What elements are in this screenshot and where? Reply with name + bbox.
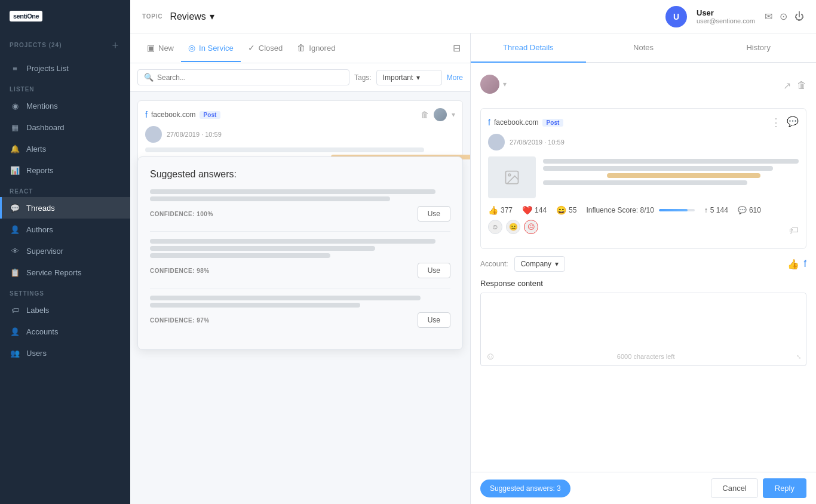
suggestion-content <box>150 239 450 258</box>
resize-handle[interactable]: ⤡ <box>796 354 801 360</box>
logout-icon[interactable]: ⏻ <box>794 11 804 22</box>
sidebar-item-reports[interactable]: 📊 Reports <box>0 159 130 181</box>
account-chevron-icon: ▾ <box>555 260 559 268</box>
tab-closed-label: Closed <box>259 44 283 53</box>
use-suggestion-1-button[interactable]: Use <box>418 206 450 222</box>
external-link-icon[interactable]: ↗ <box>783 80 791 91</box>
sidebar-item-dashboard[interactable]: ▦ Dashboard <box>0 116 130 138</box>
cancel-button[interactable]: Cancel <box>711 478 757 498</box>
topbar: TOPIC Reviews ▾ U User user@sentione.com… <box>130 0 816 33</box>
search-bar: 🔍 Tags: Important ▾ More <box>130 63 470 92</box>
delete-post-icon[interactable]: 🗑 <box>797 80 806 91</box>
sidebar-item-threads[interactable]: 💬 Threads <box>0 197 130 219</box>
chevron-down-icon[interactable]: ▾ <box>452 110 455 119</box>
sidebar-item-projects-list[interactable]: ≡ Projects List <box>0 57 130 79</box>
influence-label: Influence Score: 8/10 <box>586 206 654 214</box>
alerts-icon: 🔔 <box>10 143 20 154</box>
avatar <box>434 108 447 121</box>
tab-ignored[interactable]: 🗑 Ignored <box>290 35 342 62</box>
right-panel: Thread Details Notes History ▾ ↗ 🗑 <box>471 33 816 504</box>
messages-icon[interactable]: ✉ <box>765 11 772 22</box>
add-project-button[interactable]: ＋ <box>110 39 121 50</box>
skeleton-line <box>543 159 799 164</box>
sidebar-item-alerts[interactable]: 🔔 Alerts <box>0 138 130 159</box>
topic-value: Reviews <box>170 11 205 22</box>
sidebar-item-mentions[interactable]: ◉ Mentions <box>0 95 130 116</box>
projects-header: PROJECTS (24) ＋ <box>0 32 130 57</box>
dashboard-icon: ▦ <box>10 122 20 133</box>
topic-selector[interactable]: Reviews ▾ <box>170 11 214 22</box>
sidebar-item-label: Authors <box>26 225 53 234</box>
like-action-icon[interactable]: 👍 <box>787 259 799 270</box>
shares-stat: ↑ 5 144 <box>704 206 728 214</box>
skeleton-line <box>543 180 747 185</box>
use-suggestion-2-button[interactable]: Use <box>418 263 450 278</box>
account-dropdown[interactable]: Company ▾ <box>514 256 565 272</box>
thread-author-avatar <box>145 126 162 143</box>
avatar-chevron-icon[interactable]: ▾ <box>503 80 507 88</box>
tags-dropdown[interactable]: Important ▾ <box>376 70 442 85</box>
post-date: 27/08/2019 · 10:59 <box>510 139 565 146</box>
response-textarea[interactable] <box>481 293 806 347</box>
facebook-share-icon[interactable]: f <box>804 259 806 270</box>
comments-stat: 💬 610 <box>738 206 761 214</box>
suggestion-item-3: CONFIDENCE: 97% Use <box>150 296 450 328</box>
sidebar-item-supervisor[interactable]: 👁 Supervisor <box>0 240 130 262</box>
thread-list: f facebook.com Post 🗑 ▾ <box>130 92 470 504</box>
response-label: Response content <box>480 279 806 288</box>
suggested-answers-panel: Suggested answers: CONFIDENCE: 100% Use <box>137 156 463 350</box>
comment-count-icon: 💬 <box>738 206 747 214</box>
sidebar-item-service-reports[interactable]: 📋 Service Reports <box>0 262 130 283</box>
more-button[interactable]: More <box>447 73 463 82</box>
tab-new[interactable]: ▣ New <box>140 35 181 62</box>
sidebar-item-label: Accounts <box>26 327 58 336</box>
svg-point-1 <box>508 174 511 176</box>
search-input[interactable] <box>157 73 343 82</box>
sentiment-neutral-btn[interactable]: 😐 <box>506 220 520 234</box>
post-image <box>488 156 536 198</box>
delete-thread-icon[interactable]: 🗑 <box>421 110 429 119</box>
filter-icon[interactable]: ⊟ <box>453 42 461 54</box>
post-badge: Post <box>200 111 221 119</box>
skeleton-line <box>150 246 375 251</box>
heart-icon: ❤️ <box>522 205 532 215</box>
laugh-count: 55 <box>569 206 576 214</box>
tag-post-icon[interactable]: 🏷 <box>789 225 799 236</box>
sentiment-negative-btn[interactable]: ☹ <box>524 220 538 234</box>
options-icon[interactable]: ⋮ <box>771 116 782 129</box>
reply-button[interactable]: Reply <box>763 478 806 498</box>
like-count: 377 <box>501 206 513 214</box>
sidebar-item-authors[interactable]: 👤 Authors <box>0 219 130 240</box>
tab-notes[interactable]: Notes <box>586 33 701 63</box>
sentiment-positive-btn[interactable]: ☺ <box>488 220 502 234</box>
logo-area: sentiOne <box>0 0 130 32</box>
help-icon[interactable]: ⊙ <box>780 11 787 22</box>
post-card-meta: 27/08/2019 · 10:59 <box>488 134 799 150</box>
comment-icon[interactable]: 💬 <box>787 116 799 129</box>
user-info: User user@sentione.com <box>697 8 755 24</box>
thread-date: 27/08/2019 · 10:59 <box>167 131 222 138</box>
suggestion-item-1: CONFIDENCE: 100% Use <box>150 189 450 222</box>
tab-thread-details[interactable]: Thread Details <box>471 33 586 63</box>
suggested-answers-button[interactable]: Suggested answers: 3 <box>480 480 570 497</box>
post-author-avatar <box>488 134 505 150</box>
thread-source: f facebook.com Post <box>145 110 220 119</box>
thread-panel: ▣ New ◎ In Service ✓ Closed 🗑 Ignored ⊟ <box>130 33 471 504</box>
emoji-button[interactable]: ☺ <box>486 351 495 362</box>
topbar-right: U User user@sentione.com ✉ ⊙ ⏻ <box>665 6 804 27</box>
suggested-answers-title: Suggested answers: <box>150 169 450 180</box>
response-section: Response content ☺ 6000 characters left … <box>480 279 806 366</box>
post-content-area <box>488 156 799 198</box>
tab-in-service[interactable]: ◎ In Service <box>181 35 241 62</box>
confidence-label: CONFIDENCE: 100% <box>150 211 213 217</box>
thread-actions: 🗑 ▾ <box>421 108 455 121</box>
facebook-icon: f <box>488 118 490 127</box>
use-suggestion-3-button[interactable]: Use <box>418 312 450 328</box>
sidebar-item-accounts[interactable]: 👤 Accounts <box>0 321 130 342</box>
tab-history[interactable]: History <box>701 33 816 63</box>
account-value: Company <box>521 260 551 268</box>
sidebar-item-labels[interactable]: 🏷 Labels <box>0 299 130 321</box>
sidebar-item-users[interactable]: 👥 Users <box>0 342 130 364</box>
post-card-source: f facebook.com Post <box>488 118 563 127</box>
tab-closed[interactable]: ✓ Closed <box>241 35 290 62</box>
